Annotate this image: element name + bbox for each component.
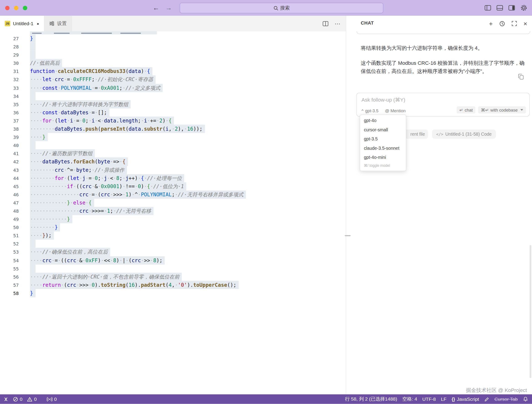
chevron-down-icon <box>520 109 523 111</box>
modified-dot-icon[interactable]: ● <box>37 22 39 26</box>
code-line[interactable]: ····//·遍历数据字节数组 <box>30 149 346 158</box>
open-in-editor-icon[interactable] <box>512 21 517 26</box>
mention-button[interactable]: @ Mention <box>385 108 406 113</box>
sash-handle[interactable] <box>345 235 351 236</box>
code-line[interactable] <box>30 240 346 248</box>
forward-button[interactable]: → <box>166 4 172 12</box>
code-line[interactable]: ················crc·>>>=·1;·//·无符号右移 <box>30 207 346 215</box>
zoom-window-button[interactable] <box>23 6 27 10</box>
eol-sequence[interactable]: LF <box>441 397 447 402</box>
model-option-cursor-small[interactable]: cursor-small <box>360 125 406 134</box>
line-number: 58 <box>0 289 30 297</box>
encoding[interactable]: UTF-8 <box>422 397 436 402</box>
status-bar: 0 0 0 行 58, 列 2 (已选择1488) <box>0 394 532 404</box>
close-window-button[interactable] <box>5 6 10 10</box>
code-line[interactable] <box>30 43 346 51</box>
with-codebase-button[interactable]: ⌘↵ with codebase <box>478 106 526 114</box>
line-number: 33 <box>0 84 30 92</box>
code-line[interactable]: ····} <box>30 133 346 141</box>
chat-header: CHAT + × <box>346 16 532 31</box>
more-actions-icon[interactable]: ⋯ <box>335 20 340 27</box>
copy-message-icon[interactable] <box>518 74 524 80</box>
minimize-window-button[interactable] <box>14 6 19 10</box>
pen-icon[interactable] <box>484 397 489 402</box>
cursor-tab-toggle[interactable]: Cursor Tab <box>494 397 518 402</box>
toggle-secondary-sidebar-icon[interactable] <box>509 5 515 11</box>
code-line[interactable]: ····}); <box>30 232 346 240</box>
line-number: 30 <box>0 59 30 67</box>
bell-icon[interactable] <box>523 397 528 402</box>
code-line[interactable]: ········for·(let·j·=·0;·j·<·8;·j++)·{·//… <box>30 174 346 182</box>
code-line[interactable]: ····const·dataBytes·=·[]; <box>30 108 346 117</box>
code-line[interactable]: ················crc·=·(crc·>>>·1)·^·POLY… <box>30 190 346 199</box>
code-line[interactable]: function·calculateCRC16Modbus33(data)·{ <box>30 67 346 76</box>
line-number: 40 <box>0 141 30 149</box>
remote-indicator[interactable] <box>3 397 9 402</box>
tab-untitled-1[interactable]: JS Untitled-1 ● <box>0 16 44 31</box>
line-number: 54 <box>0 256 30 264</box>
tab-settings[interactable]: 设置 <box>44 16 72 31</box>
cursor-position[interactable]: 行 58, 列 2 (已选择1488) <box>345 396 397 402</box>
history-icon[interactable] <box>499 21 505 27</box>
app-window: ← → 搜索 <box>0 0 532 404</box>
language-mode[interactable]: {} JavaScript <box>452 397 479 402</box>
problems-errors[interactable]: 0 <box>13 397 23 402</box>
code-line[interactable]: ············} <box>30 215 346 223</box>
code-line[interactable]: ····//·返回十六进制的·CRC·值，不包含前导零，确保低位在前 <box>30 273 346 281</box>
code-line[interactable]: ····//·确保低位在前，高位在后 <box>30 248 346 256</box>
model-option-gpt-4o[interactable]: gpt-4o <box>360 116 406 125</box>
code-line[interactable]: } <box>30 35 346 43</box>
broadcast-icon <box>47 397 52 402</box>
code-line[interactable] <box>30 141 346 149</box>
line-number: 37 <box>0 117 30 125</box>
line-number: 44 <box>0 174 30 182</box>
code-line[interactable]: ····//·将十六进制字符串转换为字节数组 <box>30 100 346 108</box>
assistant-message-paragraph: 这个函数实现了 Modbus CRC-16 校验算法，并特别注意了字节顺序，确保… <box>361 59 528 75</box>
line-number: 38 <box>0 125 30 133</box>
toggle-panel-icon[interactable] <box>497 5 503 11</box>
split-editor-icon[interactable] <box>323 21 328 26</box>
code-line[interactable]: ········dataBytes.push(parseInt(data.sub… <box>30 125 346 133</box>
code-line[interactable] <box>30 92 346 100</box>
close-panel-icon[interactable]: × <box>523 20 527 27</box>
chat-scrollbar[interactable] <box>530 245 532 378</box>
indentation[interactable]: 空格: 4 <box>402 396 417 402</box>
code-line[interactable]: ············}·else·{ <box>30 199 346 207</box>
code-line[interactable]: ····crc·=·((crc·&·0xFF)·<<·8)·|·(crc·>>·… <box>30 256 346 264</box>
line-number: 50 <box>0 223 30 232</box>
code-line[interactable]: //·低前高后 <box>30 59 346 67</box>
new-chat-icon[interactable]: + <box>489 20 493 27</box>
model-selector[interactable]: gpt-3.5 <box>365 108 378 113</box>
model-option-gpt-4o-mini[interactable]: gpt-4o-mini <box>360 153 406 162</box>
code-line[interactable]: ····dataBytes.forEach(byte·=>·{ <box>30 158 346 166</box>
line-number: 39 <box>0 133 30 141</box>
code-line[interactable] <box>30 51 346 59</box>
code-line[interactable]: ····const·POLYNOMIAL·=·0xA001;·//·定义多项式 <box>30 84 346 92</box>
code-line[interactable]: ············if·((crc·&·0x0001)·!==·0)·{·… <box>30 182 346 190</box>
line-number: 34 <box>0 92 30 100</box>
settings-gear-icon[interactable] <box>520 5 527 11</box>
warning-icon <box>27 397 32 402</box>
model-option-gpt-3.5[interactable]: gpt-3.5 <box>360 134 406 144</box>
code-line[interactable]: ········crc·^=·byte;·//·异或操作 <box>30 166 346 174</box>
code-line[interactable] <box>30 264 346 272</box>
code-line[interactable]: ········} <box>30 223 346 232</box>
code-line[interactable]: ····for·(let·i·=·0;·i·<·data.length;·i·+… <box>30 117 346 125</box>
code-editor[interactable]: 2728293031323334353637383940414243444546… <box>0 31 346 394</box>
code-line[interactable]: ····return·(crc·>>>·0).toString(16).padS… <box>30 281 346 289</box>
error-icon <box>13 397 18 402</box>
problems-warnings[interactable]: 0 <box>27 397 37 402</box>
caret-up-icon: ^ <box>361 108 364 113</box>
back-button[interactable]: ← <box>153 4 159 12</box>
forwarded-ports[interactable]: 0 <box>47 397 57 402</box>
toggle-sidebar-icon[interactable] <box>485 5 491 11</box>
code-selection-chip[interactable]: </> Untitled-1 (31-58) Code <box>432 130 496 139</box>
model-option-claude-3.5-sonnet[interactable]: claude-3.5-sonnet <box>360 144 406 153</box>
global-search-input[interactable]: 搜索 <box>180 3 384 13</box>
code-line[interactable]: ····let·crc·=·0xFFFF;·//·初始化·CRC·寄存器 <box>30 76 346 84</box>
line-number: 31 <box>0 67 30 76</box>
chat-submit-button[interactable]: ↵ chat <box>456 106 475 114</box>
code-line[interactable]: } <box>30 289 346 297</box>
line-number: 41 <box>0 149 30 158</box>
chat-followup-input[interactable]: Ask follow-up (⌘Y) ^ gpt-3.5 @ Mention ↵… <box>357 93 530 117</box>
